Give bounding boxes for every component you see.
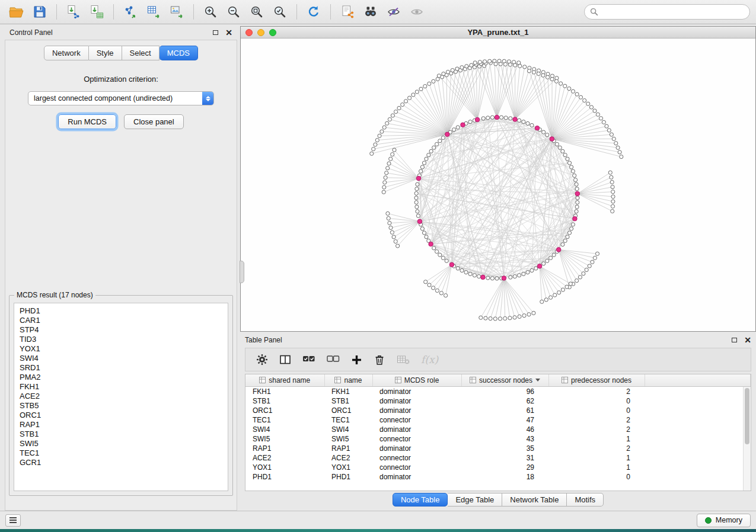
cell-name[interactable]: SWI4 <box>324 425 372 434</box>
tab-network[interactable]: Network <box>44 46 89 60</box>
select-all-button[interactable] <box>302 354 315 366</box>
cell-name[interactable]: YOX1 <box>324 463 372 472</box>
mcds-result-item[interactable]: SWI5 <box>20 439 222 448</box>
cell-predecessor-nodes[interactable]: 1 <box>548 463 645 472</box>
deselect-all-button[interactable] <box>327 354 340 366</box>
mcds-result-item[interactable]: PMA2 <box>20 373 222 382</box>
cell-shared-name[interactable]: FKH1 <box>245 386 324 396</box>
delete-table-button[interactable] <box>397 354 410 366</box>
zoom-in-button[interactable] <box>200 3 221 21</box>
cell-successor-nodes[interactable]: 61 <box>461 406 548 415</box>
zoom-out-button[interactable] <box>223 3 244 21</box>
column-header-predecessor-nodes[interactable]: predecessor nodes <box>548 374 645 386</box>
search-input[interactable] <box>602 8 744 16</box>
cell-name[interactable]: FKH1 <box>324 386 372 396</box>
cell-predecessor-nodes[interactable]: 2 <box>548 386 645 396</box>
mcds-result-list[interactable]: PHD1CAR1STP4TID3YOX1SWI4SRD1PMA2FKH1ACE2… <box>14 303 228 491</box>
table-row[interactable]: TEC1TEC1connector472 <box>245 415 751 425</box>
cell-shared-name[interactable]: ORC1 <box>245 406 324 415</box>
cell-successor-nodes[interactable]: 43 <box>461 434 548 444</box>
cell-mcds-role[interactable]: dominator <box>372 425 461 434</box>
cell-predecessor-nodes[interactable]: 0 <box>548 472 645 482</box>
mcds-result-item[interactable]: RAP1 <box>20 420 222 430</box>
mcds-result-item[interactable]: STP4 <box>20 325 222 335</box>
apply-layout-button[interactable] <box>303 3 324 21</box>
cell-shared-name[interactable]: TEC1 <box>245 415 324 425</box>
column-header-shared-name[interactable]: shared name <box>245 374 324 386</box>
mcds-result-item[interactable]: FKH1 <box>20 382 222 392</box>
table-row[interactable]: FKH1FKH1dominator962 <box>245 386 751 396</box>
cell-name[interactable]: TEC1 <box>324 415 372 425</box>
cell-predecessor-nodes[interactable]: 2 <box>548 425 645 434</box>
window-close-icon[interactable] <box>245 29 253 36</box>
mcds-result-item[interactable]: STB1 <box>20 430 222 439</box>
cell-name[interactable]: ACE2 <box>324 453 372 463</box>
export-network-button[interactable] <box>120 3 141 21</box>
cell-shared-name[interactable]: SWI4 <box>245 425 324 434</box>
cell-mcds-role[interactable]: connector <box>372 434 461 444</box>
cell-mcds-role[interactable]: connector <box>372 463 461 472</box>
optimization-criterion-select[interactable]: largest connected component (undirected) <box>28 91 214 105</box>
column-header-successor-nodes[interactable]: successor nodes <box>461 374 548 386</box>
tab-node-table[interactable]: Node Table <box>393 493 448 507</box>
cell-successor-nodes[interactable]: 62 <box>461 396 548 406</box>
cell-name[interactable]: RAP1 <box>324 444 372 453</box>
toolbar-search-box[interactable] <box>584 4 750 20</box>
cell-mcds-role[interactable]: connector <box>372 453 461 463</box>
cell-successor-nodes[interactable]: 96 <box>461 386 548 396</box>
cell-mcds-role[interactable]: dominator <box>372 444 461 453</box>
delete-column-button[interactable] <box>374 354 385 366</box>
mcds-result-item[interactable]: TEC1 <box>20 448 222 458</box>
zoom-fit-button[interactable] <box>246 3 267 21</box>
mcds-result-item[interactable]: TID3 <box>20 335 222 344</box>
share-document-button[interactable] <box>337 3 358 21</box>
mcds-result-item[interactable]: YOX1 <box>20 344 222 354</box>
table-row[interactable]: STB1STB1dominator620 <box>245 396 751 406</box>
cell-shared-name[interactable]: YOX1 <box>245 463 324 472</box>
tab-network-table[interactable]: Network Table <box>502 493 567 507</box>
cell-shared-name[interactable]: ACE2 <box>245 453 324 463</box>
column-header-mcds-role[interactable]: MCDS role <box>372 374 461 386</box>
cell-name[interactable]: SWI5 <box>324 434 372 444</box>
cell-successor-nodes[interactable]: 29 <box>461 463 548 472</box>
search-network-button[interactable] <box>360 3 381 21</box>
show-details-button[interactable] <box>406 3 428 21</box>
mcds-result-item[interactable]: GCR1 <box>20 458 222 467</box>
mcds-result-item[interactable]: PHD1 <box>20 306 222 316</box>
mcds-result-item[interactable]: STB5 <box>20 401 222 411</box>
table-settings-button[interactable] <box>256 354 268 366</box>
export-image-button[interactable] <box>166 3 187 21</box>
network-canvas[interactable] <box>241 39 755 332</box>
tab-motifs[interactable]: Motifs <box>567 493 604 507</box>
mcds-result-item[interactable]: SRD1 <box>20 363 222 373</box>
add-column-button[interactable] <box>351 354 362 366</box>
tab-select[interactable]: Select <box>122 46 160 60</box>
task-history-button[interactable] <box>5 514 21 527</box>
table-row[interactable]: RAP1RAP1dominator352 <box>245 444 751 453</box>
scrollbar-thumb[interactable] <box>745 388 749 444</box>
cell-predecessor-nodes[interactable]: 0 <box>548 396 645 406</box>
cell-shared-name[interactable]: RAP1 <box>245 444 324 453</box>
table-row[interactable]: SWI4SWI4dominator462 <box>245 425 751 434</box>
cell-predecessor-nodes[interactable]: 1 <box>548 453 645 463</box>
close-panel-icon[interactable]: ✕ <box>225 30 232 36</box>
table-row[interactable]: PHD1PHD1dominator180 <box>245 472 751 482</box>
mcds-result-item[interactable]: CAR1 <box>20 316 222 325</box>
float-panel-icon[interactable] <box>732 338 737 342</box>
cell-predecessor-nodes[interactable]: 0 <box>548 406 645 415</box>
window-zoom-icon[interactable] <box>269 29 276 36</box>
cell-shared-name[interactable]: SWI5 <box>245 434 324 444</box>
import-network-button[interactable] <box>63 3 84 21</box>
zoom-selected-button[interactable] <box>269 3 291 21</box>
import-table-button[interactable] <box>86 3 107 21</box>
run-mcds-button[interactable]: Run MCDS <box>58 114 116 129</box>
mcds-result-item[interactable]: ORC1 <box>20 411 222 420</box>
cell-mcds-role[interactable]: connector <box>372 415 461 425</box>
cell-predecessor-nodes[interactable]: 2 <box>548 415 645 425</box>
cell-successor-nodes[interactable]: 46 <box>461 425 548 434</box>
table-scrollbar[interactable] <box>743 387 751 491</box>
cell-name[interactable]: STB1 <box>324 396 372 406</box>
cell-shared-name[interactable]: PHD1 <box>245 472 324 482</box>
table-row[interactable]: YOX1YOX1connector291 <box>245 463 751 472</box>
cell-mcds-role[interactable]: dominator <box>372 472 461 482</box>
